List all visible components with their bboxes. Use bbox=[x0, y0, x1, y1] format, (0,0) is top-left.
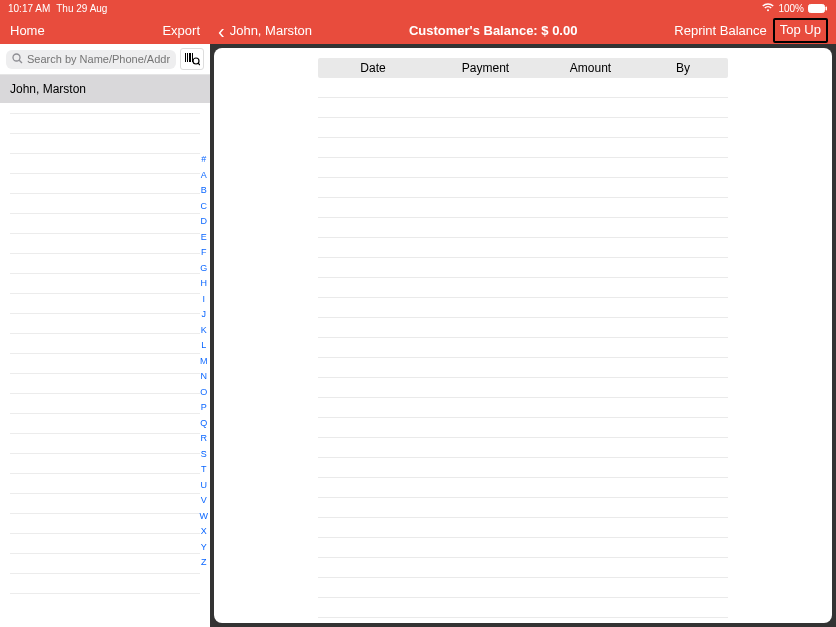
alpha-index-letter[interactable]: L bbox=[200, 339, 209, 353]
alpha-index[interactable]: #ABCDEFGHIJKLMNOPQRSTUVWXYZ bbox=[200, 153, 209, 570]
alpha-index-letter[interactable]: M bbox=[200, 355, 209, 369]
col-date: Date bbox=[318, 61, 428, 75]
alpha-index-letter[interactable]: Z bbox=[200, 556, 209, 570]
customer-list-item[interactable]: John, Marston bbox=[0, 75, 210, 103]
svg-rect-5 bbox=[187, 53, 188, 62]
col-payment: Payment bbox=[428, 61, 543, 75]
col-by: By bbox=[638, 61, 728, 75]
alpha-index-letter[interactable]: C bbox=[200, 200, 209, 214]
alpha-index-letter[interactable]: D bbox=[200, 215, 209, 229]
battery-percent: 100% bbox=[778, 3, 804, 14]
status-date: Thu 29 Aug bbox=[56, 3, 107, 14]
back-chevron-icon[interactable]: ‹ bbox=[218, 21, 225, 41]
alpha-index-letter[interactable]: B bbox=[200, 184, 209, 198]
home-button[interactable]: Home bbox=[10, 23, 45, 38]
alpha-index-letter[interactable]: K bbox=[200, 324, 209, 338]
search-icon bbox=[12, 53, 23, 66]
status-bar: 10:17 AM Thu 29 Aug 100% bbox=[0, 0, 836, 17]
svg-rect-6 bbox=[189, 53, 191, 62]
alpha-index-letter[interactable]: G bbox=[200, 262, 209, 276]
alpha-index-letter[interactable]: T bbox=[200, 463, 209, 477]
search-row bbox=[0, 44, 210, 75]
table-header: Date Payment Amount By bbox=[318, 58, 728, 78]
alpha-index-letter[interactable]: W bbox=[200, 510, 209, 524]
status-time: 10:17 AM bbox=[8, 3, 50, 14]
col-amount: Amount bbox=[543, 61, 638, 75]
wifi-icon bbox=[762, 3, 774, 14]
transactions-card: Date Payment Amount By bbox=[214, 48, 832, 623]
alpha-index-letter[interactable]: O bbox=[200, 386, 209, 400]
detail-panel: ‹ John, Marston Customer's Balance: $ 0.… bbox=[210, 17, 836, 627]
alpha-index-letter[interactable]: Q bbox=[200, 417, 209, 431]
alpha-index-letter[interactable]: V bbox=[200, 494, 209, 508]
barcode-scan-button[interactable] bbox=[180, 48, 204, 70]
export-button[interactable]: Export bbox=[162, 23, 200, 38]
alpha-index-letter[interactable]: S bbox=[200, 448, 209, 462]
search-box[interactable] bbox=[6, 50, 176, 69]
battery-icon bbox=[808, 4, 828, 13]
svg-rect-0 bbox=[809, 5, 825, 13]
alpha-index-letter[interactable]: A bbox=[200, 169, 209, 183]
alpha-index-letter[interactable]: J bbox=[200, 308, 209, 322]
svg-line-3 bbox=[19, 60, 22, 63]
alpha-index-letter[interactable]: E bbox=[200, 231, 209, 245]
reprint-balance-button[interactable]: Reprint Balance bbox=[674, 23, 767, 38]
svg-rect-4 bbox=[185, 53, 186, 62]
alpha-index-letter[interactable]: P bbox=[200, 401, 209, 415]
alpha-index-letter[interactable]: N bbox=[200, 370, 209, 384]
top-up-button[interactable]: Top Up bbox=[773, 18, 828, 42]
alpha-index-letter[interactable]: H bbox=[200, 277, 209, 291]
detail-customer-name[interactable]: John, Marston bbox=[230, 23, 312, 38]
customer-list-empty: #ABCDEFGHIJKLMNOPQRSTUVWXYZ bbox=[0, 103, 210, 627]
svg-point-2 bbox=[13, 54, 20, 61]
sidebar: Home Export John, Marston bbox=[0, 17, 210, 627]
alpha-index-letter[interactable]: I bbox=[200, 293, 209, 307]
alpha-index-letter[interactable]: X bbox=[200, 525, 209, 539]
svg-rect-1 bbox=[826, 7, 828, 11]
detail-header: ‹ John, Marston Customer's Balance: $ 0.… bbox=[210, 17, 836, 44]
alpha-index-letter[interactable]: # bbox=[200, 153, 209, 167]
sidebar-header: Home Export bbox=[0, 17, 210, 44]
svg-line-9 bbox=[198, 63, 200, 65]
alpha-index-letter[interactable]: U bbox=[200, 479, 209, 493]
alpha-index-letter[interactable]: Y bbox=[200, 541, 209, 555]
alpha-index-letter[interactable]: R bbox=[200, 432, 209, 446]
alpha-index-letter[interactable]: F bbox=[200, 246, 209, 260]
search-input[interactable] bbox=[27, 53, 170, 65]
balance-label: Customer's Balance: $ 0.00 bbox=[312, 23, 674, 38]
